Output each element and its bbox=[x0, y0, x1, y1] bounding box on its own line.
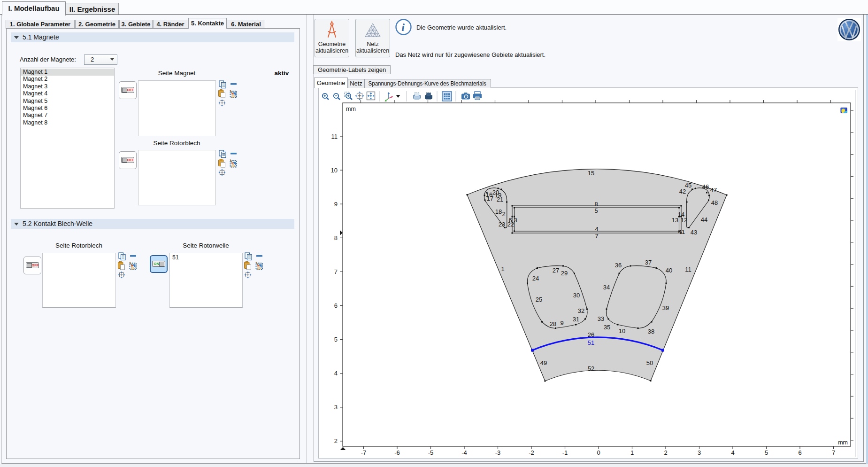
svg-text:-1: -1 bbox=[562, 449, 568, 456]
svg-text:10: 10 bbox=[331, 167, 338, 174]
svg-text:5: 5 bbox=[334, 336, 338, 343]
svg-text:47: 47 bbox=[710, 187, 717, 194]
svg-text:2: 2 bbox=[664, 449, 667, 456]
svg-text:30: 30 bbox=[573, 292, 580, 299]
svg-text:29: 29 bbox=[561, 270, 568, 277]
svg-text:-5: -5 bbox=[428, 449, 434, 456]
svg-text:18: 18 bbox=[495, 208, 502, 215]
svg-text:5: 5 bbox=[765, 449, 768, 456]
svg-text:43: 43 bbox=[691, 229, 697, 236]
svg-text:23: 23 bbox=[499, 221, 505, 228]
svg-text:27: 27 bbox=[553, 267, 559, 274]
svg-text:mm: mm bbox=[838, 439, 848, 446]
svg-text:9: 9 bbox=[334, 201, 338, 208]
svg-text:8: 8 bbox=[334, 234, 338, 241]
svg-text:38: 38 bbox=[648, 328, 654, 335]
svg-text:7: 7 bbox=[334, 268, 338, 275]
svg-text:31: 31 bbox=[573, 316, 579, 323]
svg-text:49: 49 bbox=[540, 359, 547, 366]
svg-text:8: 8 bbox=[594, 201, 598, 208]
svg-text:26: 26 bbox=[588, 331, 594, 338]
svg-text:24: 24 bbox=[532, 275, 539, 282]
svg-text:33: 33 bbox=[598, 315, 604, 322]
svg-text:mm: mm bbox=[346, 106, 356, 112]
svg-text:10: 10 bbox=[619, 327, 625, 335]
svg-text:52: 52 bbox=[588, 365, 594, 372]
svg-text:-7: -7 bbox=[361, 449, 367, 456]
svg-text:48: 48 bbox=[711, 199, 718, 206]
svg-text:32: 32 bbox=[578, 307, 584, 314]
svg-text:42: 42 bbox=[679, 188, 686, 195]
svg-text:11: 11 bbox=[685, 266, 691, 273]
svg-text:-3: -3 bbox=[495, 449, 501, 456]
svg-text:1: 1 bbox=[501, 265, 504, 272]
svg-text:6: 6 bbox=[334, 302, 338, 309]
svg-text:46: 46 bbox=[702, 183, 709, 190]
svg-text:12: 12 bbox=[681, 217, 687, 224]
svg-text:4: 4 bbox=[731, 449, 734, 456]
svg-text:11: 11 bbox=[331, 133, 338, 140]
svg-text:7: 7 bbox=[832, 449, 835, 456]
svg-text:2: 2 bbox=[502, 210, 505, 218]
svg-text:-6: -6 bbox=[394, 449, 400, 456]
svg-text:41: 41 bbox=[678, 228, 685, 235]
svg-text:28: 28 bbox=[550, 320, 556, 327]
svg-text:4: 4 bbox=[334, 370, 338, 377]
svg-text:36: 36 bbox=[615, 262, 622, 269]
svg-text:4: 4 bbox=[595, 226, 598, 233]
svg-text:5: 5 bbox=[594, 207, 598, 214]
svg-text:25: 25 bbox=[536, 296, 542, 303]
svg-text:1: 1 bbox=[630, 449, 634, 456]
svg-text:35: 35 bbox=[604, 324, 610, 331]
svg-text:9: 9 bbox=[560, 319, 563, 327]
svg-text:i: i bbox=[401, 21, 405, 33]
svg-text:34: 34 bbox=[603, 284, 610, 291]
svg-text:3: 3 bbox=[698, 449, 701, 456]
svg-text:50: 50 bbox=[646, 359, 653, 366]
svg-text:-4: -4 bbox=[461, 449, 467, 456]
svg-text:2: 2 bbox=[334, 437, 338, 444]
svg-text:-2: -2 bbox=[529, 449, 534, 456]
svg-text:7: 7 bbox=[595, 233, 598, 240]
svg-text:39: 39 bbox=[662, 304, 669, 311]
svg-text:40: 40 bbox=[666, 267, 672, 274]
svg-text:3: 3 bbox=[334, 404, 338, 411]
svg-text:6: 6 bbox=[798, 449, 801, 456]
svg-text:3: 3 bbox=[514, 217, 517, 224]
svg-text:0: 0 bbox=[597, 449, 600, 456]
svg-text:22: 22 bbox=[507, 221, 514, 228]
svg-text:21: 21 bbox=[497, 196, 503, 203]
svg-text:51: 51 bbox=[588, 339, 594, 346]
svg-text:37: 37 bbox=[645, 259, 652, 266]
svg-text:17: 17 bbox=[487, 195, 493, 202]
svg-text:13: 13 bbox=[672, 217, 678, 224]
svg-text:44: 44 bbox=[701, 216, 707, 223]
svg-text:15: 15 bbox=[588, 170, 594, 177]
